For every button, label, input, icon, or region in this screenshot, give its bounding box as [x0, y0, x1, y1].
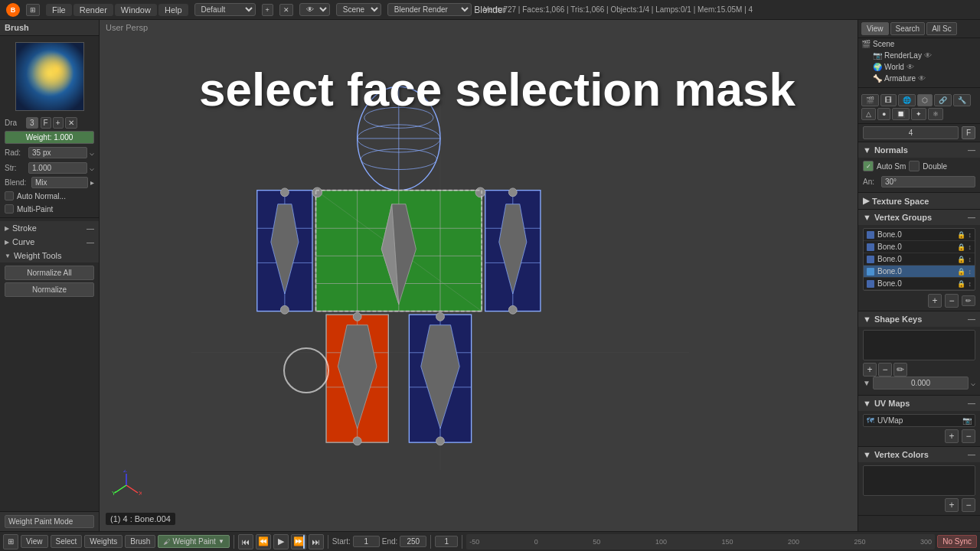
vg-item-4[interactable]: Bone.0 🔒 ↕: [864, 278, 975, 290]
render-layer-item[interactable]: 📷 RenderLay 👁: [858, 50, 980, 61]
menu-help[interactable]: Help: [158, 4, 188, 16]
normals-header[interactable]: ▼ Normals —: [858, 142, 980, 158]
sk-extra-btn[interactable]: ✏: [893, 363, 907, 377]
object-props-btn[interactable]: ⬡: [917, 94, 933, 106]
auto-normal-checkbox[interactable]: [5, 191, 14, 201]
particles-btn[interactable]: ✦: [911, 108, 926, 120]
viewport[interactable]: User Persp select face selection mask: [100, 20, 858, 531]
rad-icon[interactable]: ⌵: [90, 148, 94, 157]
uv-map-item[interactable]: 🗺 UVMap 📷: [863, 414, 975, 427]
tab-search[interactable]: Search: [890, 22, 926, 35]
tex-btn[interactable]: 🔲: [892, 108, 910, 120]
sk-value-input[interactable]: 0.000: [873, 377, 969, 390]
world-props-btn[interactable]: 🌐: [898, 94, 916, 106]
vg-item-0[interactable]: Bone.0 🔒 ↕: [864, 229, 975, 241]
view-mode-select[interactable]: 👁: [299, 3, 330, 16]
brush-menu-btn[interactable]: Brush: [125, 535, 155, 548]
scene-props-btn[interactable]: 🎞: [880, 94, 897, 106]
auto-smooth-checkbox[interactable]: ✓: [863, 161, 874, 171]
vg-item-3[interactable]: Bone.0 🔒 ↕: [864, 266, 975, 278]
select-menu-btn[interactable]: Select: [51, 535, 83, 548]
sk-val-label: ▼: [863, 379, 871, 387]
end-frame-input[interactable]: [400, 536, 426, 547]
armature-eye[interactable]: 👁: [918, 74, 926, 83]
vc-header[interactable]: ▼ Vertex Colors —: [858, 447, 980, 462]
paint-mode-select[interactable]: Weight Paint Mode: [5, 515, 94, 528]
scene-select[interactable]: Scene: [336, 3, 381, 16]
weights-menu-btn[interactable]: Weights: [84, 535, 122, 548]
view-menu-btn[interactable]: View: [21, 535, 48, 548]
draw-number[interactable]: 3: [26, 117, 38, 129]
blend-icon[interactable]: ▸: [90, 178, 94, 187]
data-btn[interactable]: △: [861, 108, 876, 120]
blend-row: Blend: Mix ▸: [5, 177, 94, 188]
normalize-all-button[interactable]: Normalize All: [5, 266, 94, 280]
sk-remove-btn[interactable]: −: [878, 363, 892, 377]
prop-f-button[interactable]: F: [962, 126, 975, 139]
tab-view[interactable]: View: [861, 22, 889, 35]
sk-add-btn[interactable]: +: [863, 363, 877, 377]
armature-item[interactable]: 🦴 Armature 👁: [858, 73, 980, 84]
menu-window[interactable]: Window: [115, 4, 157, 16]
normalize-button[interactable]: Normalize: [5, 282, 94, 297]
render-engine-select[interactable]: Blender Render: [387, 3, 472, 16]
close-mode-button[interactable]: ✕: [65, 117, 77, 129]
stroke-header[interactable]: ▶ Stroke —: [0, 221, 99, 235]
texture-space-header[interactable]: ▶ Texture Space: [858, 193, 980, 209]
menu-file[interactable]: File: [46, 4, 72, 16]
mode-dropdown-btn[interactable]: 🖌 Weight Paint ▼: [158, 535, 229, 548]
menu-render[interactable]: Render: [74, 4, 113, 16]
mat-btn[interactable]: ●: [877, 108, 890, 120]
world-eye[interactable]: 👁: [906, 63, 914, 71]
vc-add-btn[interactable]: +: [945, 498, 959, 512]
f-mode-button[interactable]: F: [41, 117, 51, 129]
str-icon[interactable]: ⌵: [90, 164, 94, 172]
uv-header[interactable]: ▼ UV Maps —: [858, 396, 980, 411]
screen-layout-select[interactable]: Default: [194, 3, 256, 16]
vg-add-btn[interactable]: +: [928, 294, 942, 308]
sk-header[interactable]: ▼ Shape Keys —: [858, 311, 980, 327]
tab-all-sc[interactable]: All Sc: [926, 22, 957, 35]
add-mode-button[interactable]: +: [53, 117, 64, 129]
bottom-editor-icon[interactable]: ⊞: [3, 534, 18, 549]
vg-item-2[interactable]: Bone.0 🔒 ↕: [864, 253, 975, 266]
prop-number-input[interactable]: 4: [863, 126, 959, 139]
normals-content: ✓ Auto Sm Double An: 30°: [858, 158, 980, 192]
vg-lock-0: 🔒: [957, 231, 965, 239]
editor-type-button[interactable]: ⊞: [26, 4, 40, 16]
world-item[interactable]: 🌍 World 👁: [858, 61, 980, 73]
blend-select[interactable]: Mix: [31, 177, 88, 188]
uv-camera-icon[interactable]: 📷: [962, 416, 972, 425]
double-checkbox[interactable]: [909, 161, 920, 171]
vg-item-1[interactable]: Bone.0 🔒 ↕: [864, 241, 975, 253]
play-btn[interactable]: ▶: [273, 534, 289, 549]
frame-start-btn[interactable]: ⏮: [238, 534, 253, 549]
angle-value[interactable]: 30°: [881, 176, 975, 187]
str-value[interactable]: 1.000: [28, 162, 87, 174]
vc-remove-btn[interactable]: −: [962, 498, 975, 512]
current-frame-input[interactable]: [435, 536, 458, 547]
prop-number-row: 4 F: [858, 124, 980, 142]
multi-paint-checkbox[interactable]: [5, 204, 14, 214]
remove-screen-button[interactable]: ✕: [279, 4, 293, 16]
vg-edit-btn[interactable]: ✏: [962, 295, 975, 306]
uv-add-btn[interactable]: +: [945, 429, 959, 443]
weight-tools-header[interactable]: ▼ Weight Tools: [0, 249, 99, 262]
modifier-btn[interactable]: 🔧: [953, 94, 971, 106]
curve-header[interactable]: ▶ Curve —: [0, 235, 99, 249]
weight-slider[interactable]: Weight: 1.000: [5, 131, 94, 144]
physics-btn[interactable]: ⚛: [928, 108, 943, 120]
vg-remove-btn[interactable]: −: [945, 294, 959, 308]
no-sync-btn[interactable]: No Sync: [937, 535, 977, 548]
add-screen-button[interactable]: +: [262, 4, 273, 16]
prev-frame-btn[interactable]: ⏪: [256, 534, 271, 549]
frame-end-btn[interactable]: ⏭: [309, 534, 324, 549]
render-layer-eye[interactable]: 👁: [924, 51, 932, 60]
rad-value[interactable]: 35 px: [28, 147, 87, 158]
uv-remove-btn[interactable]: −: [962, 429, 975, 443]
start-frame-input[interactable]: [353, 536, 380, 547]
render-props-btn[interactable]: 🎬: [861, 94, 879, 106]
scene-item[interactable]: 🎬 Scene: [858, 38, 980, 50]
vg-header[interactable]: ▼ Vertex Groups —: [858, 210, 980, 225]
constraint-btn[interactable]: 🔗: [934, 94, 952, 106]
